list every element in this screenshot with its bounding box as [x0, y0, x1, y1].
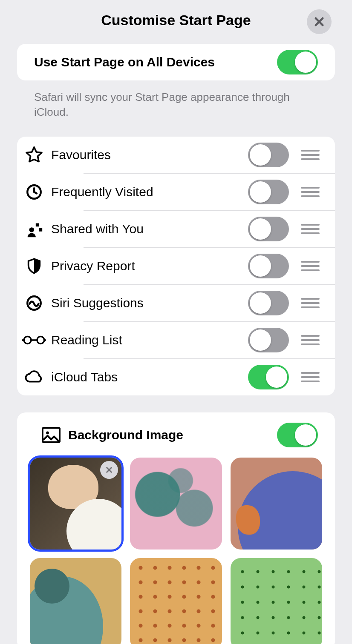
- section-label: Siri Suggestions: [51, 296, 248, 310]
- frequent-toggle[interactable]: [248, 180, 289, 204]
- section-label: iCloud Tabs: [51, 370, 248, 384]
- close-icon: [313, 16, 325, 28]
- drag-handle[interactable]: [301, 372, 320, 382]
- section-row-privacy: Privacy Report: [17, 248, 335, 284]
- privacy-toggle[interactable]: [248, 254, 289, 278]
- section-row-frequent: Frequently Visited: [17, 174, 335, 210]
- people-icon: [17, 219, 51, 239]
- sync-helper-text: Safari will sync your Start Page appeara…: [17, 80, 335, 137]
- icloud-toggle[interactable]: [248, 365, 289, 389]
- siri-icon: [17, 294, 51, 312]
- favourites-toggle[interactable]: [248, 143, 289, 167]
- shared-toggle[interactable]: [248, 217, 289, 241]
- cloud-icon: [17, 369, 51, 385]
- background-label: Background Image: [68, 428, 277, 442]
- section-label: Favourites: [51, 148, 248, 162]
- section-label: Shared with You: [51, 222, 248, 236]
- siri-toggle[interactable]: [248, 291, 289, 315]
- section-label: Frequently Visited: [51, 185, 248, 199]
- shield-icon: [17, 257, 51, 275]
- svg-point-6: [37, 337, 44, 344]
- bg-thumb-dots[interactable]: [130, 558, 222, 644]
- drag-handle[interactable]: [301, 187, 320, 197]
- clock-icon: [17, 183, 51, 201]
- close-button[interactable]: [307, 9, 332, 34]
- remove-photo-button[interactable]: [100, 461, 118, 479]
- drag-handle[interactable]: [301, 335, 320, 345]
- svg-point-1: [29, 227, 35, 232]
- background-toggle[interactable]: [277, 423, 318, 447]
- drag-handle[interactable]: [301, 150, 320, 160]
- bg-thumb-bear[interactable]: [231, 458, 322, 549]
- section-row-favourites: Favourites: [17, 137, 335, 173]
- svg-point-8: [46, 432, 49, 435]
- svg-rect-3: [39, 228, 43, 232]
- use-all-devices-label: Use Start Page on All Devices: [34, 55, 277, 69]
- svg-point-5: [24, 337, 31, 344]
- bg-thumb-dodo[interactable]: [30, 558, 121, 644]
- svg-rect-2: [36, 223, 39, 227]
- close-icon: [105, 466, 113, 474]
- section-row-icloud: iCloud Tabs: [17, 359, 335, 395]
- drag-handle[interactable]: [301, 261, 320, 271]
- section-label: Privacy Report: [51, 259, 248, 273]
- bg-thumb-user-photo[interactable]: [30, 458, 121, 549]
- drag-handle[interactable]: [301, 224, 320, 234]
- section-row-shared: Shared with You: [17, 211, 335, 247]
- image-icon: [34, 427, 68, 443]
- section-row-siri: Siri Suggestions: [17, 285, 335, 321]
- page-title: Customise Start Page: [101, 12, 251, 29]
- drag-handle[interactable]: [301, 298, 320, 308]
- reading-toggle[interactable]: [248, 328, 289, 352]
- glasses-icon: [17, 334, 51, 346]
- star-icon: [17, 146, 51, 164]
- bg-thumb-butterfly[interactable]: [130, 458, 222, 549]
- use-all-devices-toggle[interactable]: [277, 50, 318, 74]
- section-label: Reading List: [51, 333, 248, 347]
- section-row-reading: Reading List: [17, 322, 335, 358]
- bg-thumb-green[interactable]: [231, 558, 322, 644]
